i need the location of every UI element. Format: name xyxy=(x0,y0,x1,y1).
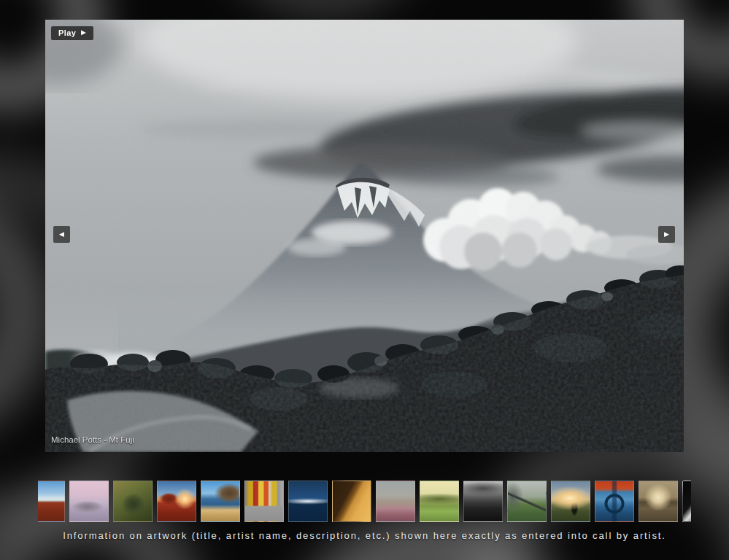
thumbnail-red-field-blue-sky[interactable] xyxy=(38,481,65,522)
thumbnail-amber-dune[interactable] xyxy=(332,481,371,522)
thumbnail-night-mountains[interactable] xyxy=(288,481,328,522)
next-arrow-icon: ▶ xyxy=(664,230,669,238)
thumbnail-red-barn-sunset[interactable] xyxy=(157,481,196,522)
thumbnail-strip[interactable] xyxy=(38,481,691,523)
thumbnail-misty-meadow[interactable] xyxy=(376,481,415,522)
play-button[interactable]: Play ▶ xyxy=(51,26,93,40)
play-button-label: Play xyxy=(58,28,76,37)
thumbnail-field-diagonal-line[interactable] xyxy=(507,481,547,522)
next-button[interactable]: ▶ xyxy=(658,226,675,243)
thumbnail-harbor-boats[interactable] xyxy=(201,481,240,522)
thumbnail-city-street[interactable] xyxy=(244,481,284,522)
slideshow-image[interactable]: Play ▶ ◀ ▶ Michael Potts - Mt Fuji xyxy=(45,20,684,452)
prev-arrow-icon: ◀ xyxy=(59,230,64,238)
thumbnail-sepia-pond[interactable] xyxy=(639,481,678,522)
photo-film-grain xyxy=(45,20,684,452)
thumbnail-green-pasture[interactable] xyxy=(420,481,459,522)
thumbnail-bw-partial[interactable] xyxy=(682,481,691,522)
thumbnail-blue-gate[interactable] xyxy=(595,481,634,522)
thumbnail-row xyxy=(38,481,691,522)
play-icon: ▶ xyxy=(81,30,86,36)
slideshow-app: Play ▶ ◀ ▶ Michael Potts - Mt Fuji xyxy=(0,0,729,560)
prev-button[interactable]: ◀ xyxy=(53,226,70,243)
thumbnail-aerial-farm[interactable] xyxy=(113,481,153,522)
artwork-info-text: Information on artwork (title, artist na… xyxy=(0,530,729,541)
photo-caption: Michael Potts - Mt Fuji xyxy=(51,435,134,444)
thumbnail-sunset-walker[interactable] xyxy=(551,481,590,522)
mt-fuji-photo xyxy=(45,20,684,452)
thumbnail-pink-misty-barn[interactable] xyxy=(69,481,109,522)
thumbnail-bw-mountain[interactable] xyxy=(463,481,503,522)
